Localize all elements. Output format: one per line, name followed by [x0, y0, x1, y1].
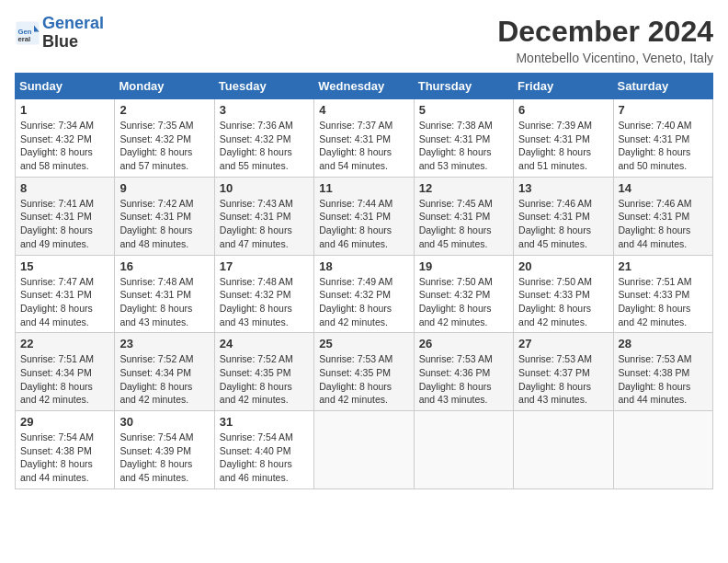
day-detail: Sunrise: 7:41 AMSunset: 4:31 PMDaylight:… [20, 198, 94, 249]
weekday-header-cell: Monday [115, 74, 214, 99]
day-detail: Sunrise: 7:51 AMSunset: 4:34 PMDaylight:… [20, 353, 94, 405]
day-number: 3 [220, 103, 309, 117]
day-number: 29 [20, 415, 109, 429]
calendar-day-cell: 30 Sunrise: 7:54 AMSunset: 4:39 PMDaylig… [115, 411, 214, 489]
calendar-day-cell: 21 Sunrise: 7:51 AMSunset: 4:33 PMDaylig… [613, 255, 712, 333]
calendar-day-cell: 16 Sunrise: 7:48 AMSunset: 4:31 PMDaylig… [115, 255, 214, 333]
day-number: 20 [518, 259, 608, 273]
logo: Gen eral GeneralBlue [15, 15, 104, 52]
calendar-body: 1 Sunrise: 7:34 AMSunset: 4:32 PMDayligh… [16, 99, 713, 489]
logo-text: GeneralBlue [42, 15, 104, 52]
day-detail: Sunrise: 7:35 AMSunset: 4:32 PMDaylight:… [119, 120, 193, 171]
calendar-day-cell: 27 Sunrise: 7:53 AMSunset: 4:37 PMDaylig… [514, 333, 613, 411]
day-detail: Sunrise: 7:53 AMSunset: 4:37 PMDaylight:… [518, 353, 592, 405]
calendar-day-cell [314, 411, 414, 489]
day-number: 4 [319, 103, 408, 117]
day-number: 18 [319, 259, 408, 273]
calendar-week-row: 22 Sunrise: 7:51 AMSunset: 4:34 PMDaylig… [16, 333, 713, 411]
day-detail: Sunrise: 7:50 AMSunset: 4:32 PMDaylight:… [419, 276, 493, 327]
calendar-day-cell: 10 Sunrise: 7:43 AMSunset: 4:31 PMDaylig… [214, 177, 313, 255]
month-title: December 2024 [497, 15, 713, 49]
calendar-day-cell: 29 Sunrise: 7:54 AMSunset: 4:38 PMDaylig… [16, 411, 115, 489]
day-detail: Sunrise: 7:54 AMSunset: 4:40 PMDaylight:… [220, 431, 293, 483]
day-detail: Sunrise: 7:43 AMSunset: 4:31 PMDaylight:… [220, 198, 293, 249]
calendar-day-cell: 11 Sunrise: 7:44 AMSunset: 4:31 PMDaylig… [314, 177, 414, 255]
day-detail: Sunrise: 7:42 AMSunset: 4:31 PMDaylight:… [119, 198, 193, 249]
calendar-day-cell: 22 Sunrise: 7:51 AMSunset: 4:34 PMDaylig… [16, 333, 115, 411]
calendar-week-row: 1 Sunrise: 7:34 AMSunset: 4:32 PMDayligh… [16, 99, 713, 178]
svg-text:eral: eral [18, 35, 31, 43]
calendar-day-cell: 28 Sunrise: 7:53 AMSunset: 4:38 PMDaylig… [613, 333, 712, 411]
day-number: 22 [20, 337, 109, 350]
day-detail: Sunrise: 7:54 AMSunset: 4:39 PMDaylight:… [119, 431, 193, 483]
calendar-day-cell: 12 Sunrise: 7:45 AMSunset: 4:31 PMDaylig… [414, 177, 513, 255]
day-number: 21 [619, 259, 708, 273]
day-detail: Sunrise: 7:48 AMSunset: 4:31 PMDaylight:… [119, 276, 193, 327]
day-number: 6 [518, 103, 608, 117]
calendar-day-cell [613, 411, 712, 489]
day-number: 23 [119, 337, 209, 350]
day-number: 24 [220, 337, 309, 350]
day-detail: Sunrise: 7:45 AMSunset: 4:31 PMDaylight:… [419, 198, 493, 249]
day-detail: Sunrise: 7:36 AMSunset: 4:32 PMDaylight:… [220, 120, 293, 171]
day-detail: Sunrise: 7:34 AMSunset: 4:32 PMDaylight:… [20, 120, 94, 171]
calendar-day-cell: 31 Sunrise: 7:54 AMSunset: 4:40 PMDaylig… [214, 411, 313, 489]
header: Gen eral GeneralBlue December 2024 Monte… [15, 15, 713, 65]
calendar-day-cell: 13 Sunrise: 7:46 AMSunset: 4:31 PMDaylig… [514, 177, 613, 255]
logo-icon: Gen eral [15, 20, 40, 46]
day-detail: Sunrise: 7:52 AMSunset: 4:35 PMDaylight:… [220, 353, 293, 405]
day-detail: Sunrise: 7:48 AMSunset: 4:32 PMDaylight:… [220, 276, 293, 327]
day-number: 7 [619, 103, 708, 117]
day-detail: Sunrise: 7:51 AMSunset: 4:33 PMDaylight:… [619, 276, 692, 327]
calendar-day-cell: 4 Sunrise: 7:37 AMSunset: 4:31 PMDayligh… [314, 99, 414, 178]
day-number: 8 [20, 181, 109, 195]
calendar-day-cell: 9 Sunrise: 7:42 AMSunset: 4:31 PMDayligh… [115, 177, 214, 255]
calendar-day-cell: 25 Sunrise: 7:53 AMSunset: 4:35 PMDaylig… [314, 333, 414, 411]
day-detail: Sunrise: 7:49 AMSunset: 4:32 PMDaylight:… [319, 276, 392, 327]
weekday-header-cell: Friday [514, 74, 613, 99]
weekday-header-cell: Wednesday [314, 74, 414, 99]
calendar-day-cell: 24 Sunrise: 7:52 AMSunset: 4:35 PMDaylig… [214, 333, 313, 411]
calendar-day-cell: 3 Sunrise: 7:36 AMSunset: 4:32 PMDayligh… [214, 99, 313, 178]
day-number: 17 [220, 259, 309, 273]
day-number: 26 [419, 337, 508, 350]
calendar-day-cell [414, 411, 513, 489]
day-number: 5 [419, 103, 508, 117]
location-title: Montebello Vicentino, Veneto, Italy [497, 51, 713, 65]
day-number: 14 [619, 181, 708, 195]
calendar-day-cell: 14 Sunrise: 7:46 AMSunset: 4:31 PMDaylig… [613, 177, 712, 255]
day-number: 16 [119, 259, 209, 273]
calendar-day-cell: 1 Sunrise: 7:34 AMSunset: 4:32 PMDayligh… [16, 99, 115, 178]
calendar-table: SundayMondayTuesdayWednesdayThursdayFrid… [15, 73, 713, 489]
calendar-week-row: 15 Sunrise: 7:47 AMSunset: 4:31 PMDaylig… [16, 255, 713, 333]
calendar-day-cell: 5 Sunrise: 7:38 AMSunset: 4:31 PMDayligh… [414, 99, 513, 178]
day-number: 1 [20, 103, 109, 117]
day-detail: Sunrise: 7:39 AMSunset: 4:31 PMDaylight:… [518, 120, 592, 171]
calendar-day-cell: 26 Sunrise: 7:53 AMSunset: 4:36 PMDaylig… [414, 333, 513, 411]
day-number: 27 [518, 337, 608, 350]
day-number: 12 [419, 181, 508, 195]
day-detail: Sunrise: 7:40 AMSunset: 4:31 PMDaylight:… [619, 120, 692, 171]
day-number: 25 [319, 337, 408, 350]
day-detail: Sunrise: 7:44 AMSunset: 4:31 PMDaylight:… [319, 198, 392, 249]
calendar-day-cell: 23 Sunrise: 7:52 AMSunset: 4:34 PMDaylig… [115, 333, 214, 411]
day-number: 13 [518, 181, 608, 195]
weekday-header-cell: Tuesday [214, 74, 313, 99]
calendar-day-cell: 18 Sunrise: 7:49 AMSunset: 4:32 PMDaylig… [314, 255, 414, 333]
calendar-day-cell: 20 Sunrise: 7:50 AMSunset: 4:33 PMDaylig… [514, 255, 613, 333]
title-area: December 2024 Montebello Vicentino, Vene… [497, 15, 713, 65]
day-detail: Sunrise: 7:53 AMSunset: 4:36 PMDaylight:… [419, 353, 493, 405]
day-number: 2 [119, 103, 209, 117]
day-detail: Sunrise: 7:46 AMSunset: 4:31 PMDaylight:… [518, 198, 592, 249]
calendar-day-cell: 15 Sunrise: 7:47 AMSunset: 4:31 PMDaylig… [16, 255, 115, 333]
day-number: 30 [119, 415, 209, 429]
day-detail: Sunrise: 7:37 AMSunset: 4:31 PMDaylight:… [319, 120, 392, 171]
calendar-day-cell: 7 Sunrise: 7:40 AMSunset: 4:31 PMDayligh… [613, 99, 712, 178]
calendar-day-cell: 6 Sunrise: 7:39 AMSunset: 4:31 PMDayligh… [514, 99, 613, 178]
calendar-day-cell: 2 Sunrise: 7:35 AMSunset: 4:32 PMDayligh… [115, 99, 214, 178]
day-number: 28 [619, 337, 708, 350]
weekday-header-cell: Saturday [613, 74, 712, 99]
day-detail: Sunrise: 7:52 AMSunset: 4:34 PMDaylight:… [119, 353, 193, 405]
day-detail: Sunrise: 7:54 AMSunset: 4:38 PMDaylight:… [20, 431, 94, 483]
day-detail: Sunrise: 7:53 AMSunset: 4:38 PMDaylight:… [619, 353, 692, 405]
